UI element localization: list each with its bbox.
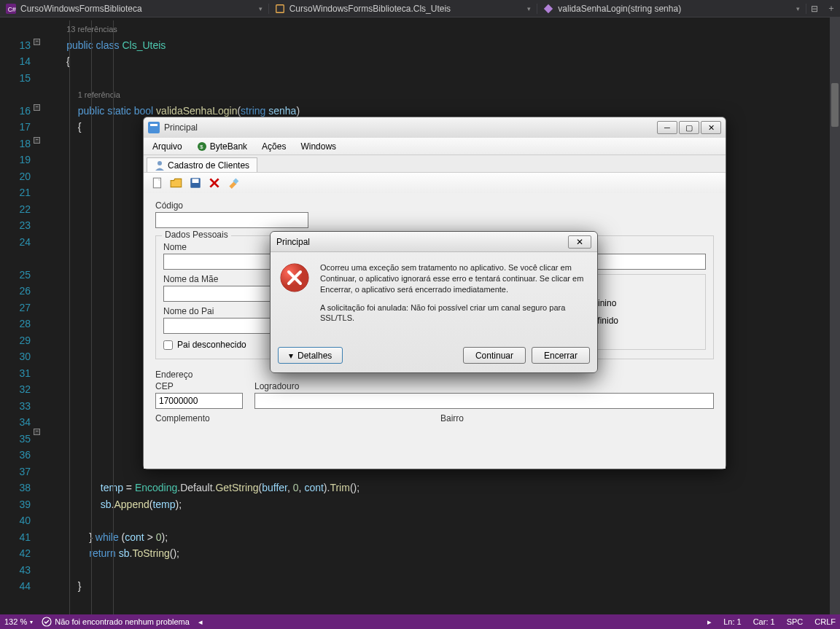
method-icon: [543, 4, 553, 14]
context-navigator: C# CursoWindowsFormsBiblioteca ▾ CursoWi…: [0, 0, 840, 17]
save-icon[interactable]: [189, 176, 202, 190]
window-title: Principal: [164, 122, 198, 133]
continuar-button[interactable]: Continuar: [463, 347, 526, 364]
minimize-button[interactable]: ─: [657, 121, 677, 134]
clear-icon[interactable]: [227, 176, 240, 190]
svg-rect-4: [148, 122, 160, 133]
dialog-close-button[interactable]: ✕: [568, 235, 591, 249]
chevron-down-icon: ▾: [30, 619, 33, 625]
menu-arquivo[interactable]: Arquivo: [147, 140, 188, 153]
tab-cadastro-clientes[interactable]: Cadastro de Clientes: [147, 157, 257, 172]
fold-toggle[interactable]: −: [34, 39, 40, 45]
new-icon[interactable]: [151, 176, 164, 190]
codigo-label: Código: [155, 200, 714, 211]
scrollbar-thumb[interactable]: [831, 83, 839, 127]
svg-rect-5: [150, 124, 158, 126]
chevron-down-icon: ▾: [289, 351, 293, 361]
nav-project-label: CursoWindowsFormsBiblioteca: [20, 4, 142, 14]
svg-rect-11: [192, 179, 199, 183]
chevron-down-icon: ▾: [527, 5, 531, 12]
app-icon: [148, 122, 160, 133]
fold-toggle[interactable]: −: [34, 137, 40, 144]
group-endereco: Endereço CEP Logradouro Complemento Bair…: [155, 367, 714, 428]
status-crlf[interactable]: CRLF: [814, 617, 836, 627]
toolbar: [144, 173, 726, 193]
vertical-scrollbar[interactable]: [830, 17, 840, 614]
nav-project-dropdown[interactable]: C# CursoWindowsFormsBiblioteca ▾: [0, 4, 269, 14]
nav-class-label: CursoWindowsFormsBiblioteca.Cls_Uteis: [289, 4, 451, 14]
dialog-title: Principal: [276, 237, 310, 247]
close-button[interactable]: ✕: [701, 121, 721, 134]
maximize-button[interactable]: ▢: [679, 121, 699, 134]
bairro-label: Bairro: [440, 413, 714, 423]
class-icon: [275, 4, 285, 14]
fold-toggle[interactable]: −: [34, 429, 40, 435]
codelens-references[interactable]: 1 referência: [78, 90, 120, 99]
error-text: Ocorreu uma exceção sem tratamento no ap…: [320, 262, 588, 331]
menu-bar: Arquivo $ ByteBank Ações Windows: [144, 138, 726, 155]
cep-input[interactable]: [155, 393, 243, 409]
complemento-label: Complemento: [155, 413, 429, 423]
fold-toggle[interactable]: −: [34, 104, 40, 111]
svg-point-8: [158, 161, 162, 165]
logradouro-label: Logradouro: [254, 381, 714, 391]
svg-text:C#: C#: [8, 5, 16, 12]
svg-rect-2: [276, 4, 284, 12]
error-icon: [279, 262, 310, 293]
chevron-down-icon: ▾: [259, 5, 262, 12]
exception-dialog: Principal ✕ Ocorreu uma exceção sem trat…: [270, 231, 598, 373]
cep-label: CEP: [155, 381, 243, 391]
check-circle-icon: [42, 617, 52, 627]
codigo-input[interactable]: [155, 212, 308, 228]
chevron-down-icon: ▾: [796, 5, 800, 12]
window-titlebar[interactable]: Principal ─ ▢ ✕: [144, 117, 726, 138]
menu-bytebank[interactable]: $ ByteBank: [191, 140, 253, 153]
detalhes-button[interactable]: ▾ Detalhes: [278, 347, 343, 364]
menu-acoes[interactable]: Ações: [256, 140, 292, 153]
line-gutter: 131415 161718 192021 222324 252627 28293…: [0, 17, 44, 614]
bank-icon: $: [197, 141, 207, 152]
plus-icon[interactable]: ＋: [822, 2, 840, 15]
status-line[interactable]: Ln: 1: [723, 617, 741, 627]
menu-windows[interactable]: Windows: [295, 140, 342, 153]
encerrar-button[interactable]: Encerrar: [532, 347, 590, 364]
status-spc[interactable]: SPC: [787, 617, 804, 627]
status-bar: 132 % ▾ Não foi encontrado nenhum proble…: [0, 614, 840, 629]
svg-text:$: $: [200, 144, 203, 150]
logradouro-input[interactable]: [254, 393, 714, 409]
user-icon: [155, 160, 165, 171]
nav-prev[interactable]: ◂: [198, 617, 203, 627]
nav-next[interactable]: ▸: [707, 617, 712, 627]
dialog-titlebar[interactable]: Principal ✕: [271, 232, 597, 252]
open-icon[interactable]: [170, 176, 183, 190]
nav-method-dropdown[interactable]: validaSenhaLogin(string senha) ▾: [537, 4, 806, 14]
tab-strip: Cadastro de Clientes: [144, 155, 726, 173]
svg-rect-3: [544, 4, 553, 12]
nav-method-label: validaSenhaLogin(string senha): [558, 4, 681, 14]
split-split-icon[interactable]: ⊟: [806, 4, 822, 14]
status-col[interactable]: Car: 1: [753, 617, 775, 627]
csharp-icon: C#: [6, 4, 16, 14]
zoom-level[interactable]: 132 % ▾: [4, 617, 33, 626]
issues-indicator[interactable]: Não foi encontrado nenhum problema: [42, 617, 190, 627]
delete-icon[interactable]: [208, 176, 221, 190]
nav-class-dropdown[interactable]: CursoWindowsFormsBiblioteca.Cls_Uteis ▾: [269, 4, 538, 14]
